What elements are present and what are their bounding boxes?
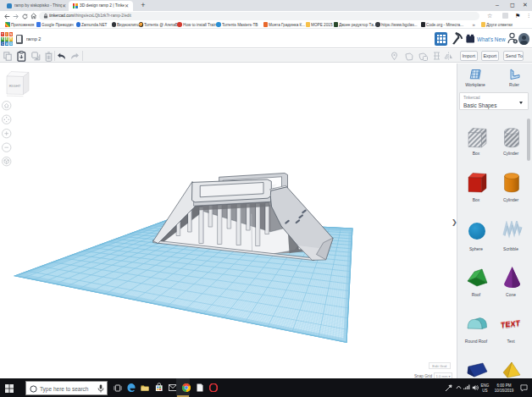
svg-text:TEXT: TEXT — [501, 320, 520, 330]
svg-text:RIGHT: RIGHT — [9, 84, 21, 88]
